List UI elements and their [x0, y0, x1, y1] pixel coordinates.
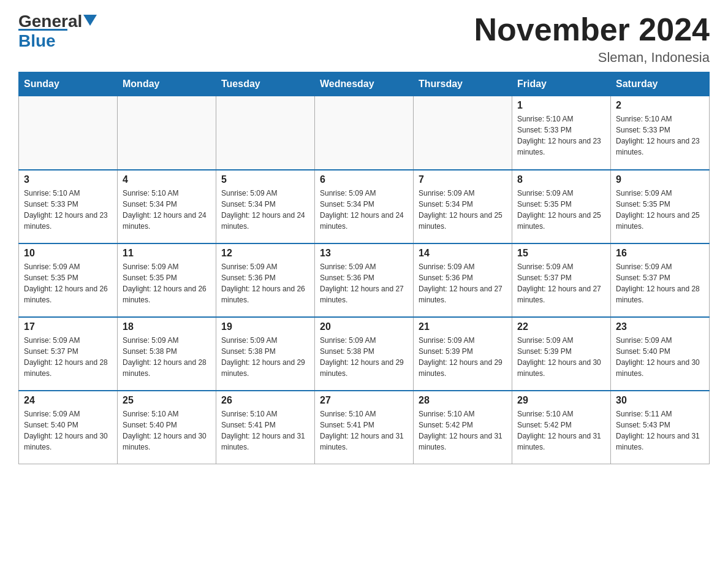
- calendar-cell: 30Sunrise: 5:11 AMSunset: 5:43 PMDayligh…: [611, 391, 710, 464]
- day-number: 15: [517, 248, 605, 259]
- day-number: 7: [419, 174, 507, 185]
- calendar-cell: 7Sunrise: 5:09 AMSunset: 5:34 PMDaylight…: [414, 170, 512, 243]
- weekday-header-thursday: Thursday: [414, 72, 512, 96]
- day-number: 16: [616, 248, 704, 259]
- svg-marker-0: [83, 15, 97, 26]
- day-info: Sunrise: 5:09 AMSunset: 5:36 PMDaylight:…: [320, 261, 408, 305]
- calendar-table: SundayMondayTuesdayWednesdayThursdayFrid…: [18, 72, 710, 464]
- day-info: Sunrise: 5:10 AMSunset: 5:42 PMDaylight:…: [419, 408, 507, 453]
- day-info: Sunrise: 5:09 AMSunset: 5:37 PMDaylight:…: [24, 335, 112, 379]
- day-number: 26: [221, 395, 309, 406]
- day-info: Sunrise: 5:09 AMSunset: 5:35 PMDaylight:…: [616, 188, 704, 232]
- calendar-cell: [414, 96, 512, 170]
- weekday-header-saturday: Saturday: [611, 72, 710, 96]
- calendar-cell: 10Sunrise: 5:09 AMSunset: 5:35 PMDayligh…: [19, 243, 118, 317]
- day-number: 30: [616, 395, 704, 406]
- day-number: 12: [221, 248, 309, 259]
- calendar-cell: [19, 96, 118, 170]
- day-number: 17: [24, 321, 112, 332]
- day-info: Sunrise: 5:09 AMSunset: 5:38 PMDaylight:…: [221, 335, 309, 379]
- day-info: Sunrise: 5:10 AMSunset: 5:33 PMDaylight:…: [616, 113, 704, 158]
- day-info: Sunrise: 5:10 AMSunset: 5:40 PMDaylight:…: [123, 408, 211, 453]
- logo-triangle-icon: [83, 15, 97, 26]
- calendar-cell: 21Sunrise: 5:09 AMSunset: 5:39 PMDayligh…: [414, 317, 512, 391]
- day-info: Sunrise: 5:10 AMSunset: 5:33 PMDaylight:…: [24, 188, 112, 232]
- day-number: 21: [419, 321, 507, 332]
- day-info: Sunrise: 5:09 AMSunset: 5:38 PMDaylight:…: [320, 335, 408, 379]
- calendar-cell: 2Sunrise: 5:10 AMSunset: 5:33 PMDaylight…: [611, 96, 710, 170]
- calendar-cell: 24Sunrise: 5:09 AMSunset: 5:40 PMDayligh…: [19, 391, 118, 464]
- calendar-cell: 25Sunrise: 5:10 AMSunset: 5:40 PMDayligh…: [118, 391, 216, 464]
- day-info: Sunrise: 5:09 AMSunset: 5:35 PMDaylight:…: [24, 261, 112, 305]
- calendar-cell: 3Sunrise: 5:10 AMSunset: 5:33 PMDaylight…: [19, 170, 118, 243]
- day-number: 27: [320, 395, 408, 406]
- calendar-cell: 16Sunrise: 5:09 AMSunset: 5:37 PMDayligh…: [611, 243, 710, 317]
- day-info: Sunrise: 5:09 AMSunset: 5:35 PMDaylight:…: [517, 188, 605, 232]
- calendar-subtitle: Sleman, Indonesia: [474, 50, 710, 66]
- day-number: 20: [320, 321, 408, 332]
- weekday-header-monday: Monday: [118, 72, 216, 96]
- day-info: Sunrise: 5:09 AMSunset: 5:40 PMDaylight:…: [616, 335, 704, 379]
- calendar-week-row: 1Sunrise: 5:10 AMSunset: 5:33 PMDaylight…: [19, 96, 710, 170]
- calendar-cell: 20Sunrise: 5:09 AMSunset: 5:38 PMDayligh…: [315, 317, 414, 391]
- calendar-week-row: 17Sunrise: 5:09 AMSunset: 5:37 PMDayligh…: [19, 317, 710, 391]
- calendar-cell: 14Sunrise: 5:09 AMSunset: 5:36 PMDayligh…: [414, 243, 512, 317]
- day-info: Sunrise: 5:11 AMSunset: 5:43 PMDaylight:…: [616, 408, 704, 453]
- calendar-cell: [118, 96, 216, 170]
- day-info: Sunrise: 5:10 AMSunset: 5:41 PMDaylight:…: [221, 408, 309, 453]
- calendar-cell: 6Sunrise: 5:09 AMSunset: 5:34 PMDaylight…: [315, 170, 414, 243]
- day-number: 2: [616, 100, 704, 111]
- day-info: Sunrise: 5:10 AMSunset: 5:33 PMDaylight:…: [517, 113, 605, 158]
- day-info: Sunrise: 5:09 AMSunset: 5:34 PMDaylight:…: [221, 188, 309, 232]
- weekday-header-sunday: Sunday: [19, 72, 118, 96]
- day-info: Sunrise: 5:10 AMSunset: 5:42 PMDaylight:…: [517, 408, 605, 453]
- day-number: 24: [24, 395, 112, 406]
- day-info: Sunrise: 5:09 AMSunset: 5:37 PMDaylight:…: [616, 261, 704, 305]
- day-info: Sunrise: 5:09 AMSunset: 5:36 PMDaylight:…: [419, 261, 507, 305]
- day-number: 10: [24, 248, 112, 259]
- day-number: 13: [320, 248, 408, 259]
- calendar-cell: 9Sunrise: 5:09 AMSunset: 5:35 PMDaylight…: [611, 170, 710, 243]
- calendar-cell: 29Sunrise: 5:10 AMSunset: 5:42 PMDayligh…: [512, 391, 611, 464]
- calendar-cell: 26Sunrise: 5:10 AMSunset: 5:41 PMDayligh…: [216, 391, 315, 464]
- day-number: 1: [517, 100, 605, 111]
- weekday-header-row: SundayMondayTuesdayWednesdayThursdayFrid…: [19, 72, 710, 96]
- calendar-week-row: 10Sunrise: 5:09 AMSunset: 5:35 PMDayligh…: [19, 243, 710, 317]
- calendar-cell: 19Sunrise: 5:09 AMSunset: 5:38 PMDayligh…: [216, 317, 315, 391]
- day-number: 11: [123, 248, 211, 259]
- day-number: 4: [123, 174, 211, 185]
- title-section: November 2024 Sleman, Indonesia: [474, 12, 710, 66]
- calendar-cell: 11Sunrise: 5:09 AMSunset: 5:35 PMDayligh…: [118, 243, 216, 317]
- day-number: 6: [320, 174, 408, 185]
- calendar-week-row: 3Sunrise: 5:10 AMSunset: 5:33 PMDaylight…: [19, 170, 710, 243]
- calendar-cell: 28Sunrise: 5:10 AMSunset: 5:42 PMDayligh…: [414, 391, 512, 464]
- day-info: Sunrise: 5:10 AMSunset: 5:34 PMDaylight:…: [123, 188, 211, 232]
- day-number: 3: [24, 174, 112, 185]
- calendar-cell: 4Sunrise: 5:10 AMSunset: 5:34 PMDaylight…: [118, 170, 216, 243]
- calendar-cell: 5Sunrise: 5:09 AMSunset: 5:34 PMDaylight…: [216, 170, 315, 243]
- day-info: Sunrise: 5:09 AMSunset: 5:35 PMDaylight:…: [123, 261, 211, 305]
- calendar-cell: 13Sunrise: 5:09 AMSunset: 5:36 PMDayligh…: [315, 243, 414, 317]
- logo: General Blue: [18, 12, 97, 51]
- weekday-header-friday: Friday: [512, 72, 611, 96]
- calendar-cell: 27Sunrise: 5:10 AMSunset: 5:41 PMDayligh…: [315, 391, 414, 464]
- calendar-week-row: 24Sunrise: 5:09 AMSunset: 5:40 PMDayligh…: [19, 391, 710, 464]
- weekday-header-wednesday: Wednesday: [315, 72, 414, 96]
- day-info: Sunrise: 5:09 AMSunset: 5:34 PMDaylight:…: [419, 188, 507, 232]
- calendar-cell: 12Sunrise: 5:09 AMSunset: 5:36 PMDayligh…: [216, 243, 315, 317]
- calendar-cell: 17Sunrise: 5:09 AMSunset: 5:37 PMDayligh…: [19, 317, 118, 391]
- day-number: 23: [616, 321, 704, 332]
- logo-text-blue: Blue: [18, 31, 56, 50]
- day-number: 25: [123, 395, 211, 406]
- day-info: Sunrise: 5:09 AMSunset: 5:40 PMDaylight:…: [24, 408, 112, 453]
- day-number: 8: [517, 174, 605, 185]
- day-number: 9: [616, 174, 704, 185]
- calendar-cell: 18Sunrise: 5:09 AMSunset: 5:38 PMDayligh…: [118, 317, 216, 391]
- day-info: Sunrise: 5:09 AMSunset: 5:38 PMDaylight:…: [123, 335, 211, 379]
- day-info: Sunrise: 5:09 AMSunset: 5:34 PMDaylight:…: [320, 188, 408, 232]
- day-number: 14: [419, 248, 507, 259]
- calendar-cell: 23Sunrise: 5:09 AMSunset: 5:40 PMDayligh…: [611, 317, 710, 391]
- day-number: 28: [419, 395, 507, 406]
- day-number: 29: [517, 395, 605, 406]
- day-number: 5: [221, 174, 309, 185]
